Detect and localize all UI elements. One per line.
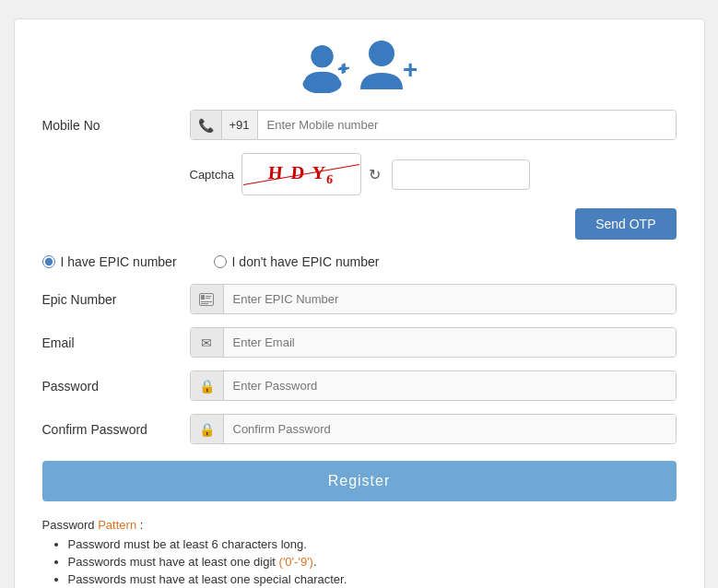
password-row: Password 🔒 bbox=[42, 370, 677, 401]
user-plus-icon: + bbox=[357, 38, 417, 93]
radio-have-epic-label: I have EPIC number bbox=[61, 254, 177, 269]
password-input-group: 🔒 bbox=[190, 370, 677, 401]
svg-point-3 bbox=[312, 45, 334, 67]
registration-card: + + + Mobile No 📞 +91 Captcha H D Y6 ↻ bbox=[14, 18, 705, 588]
mobile-input-group: 📞 +91 bbox=[190, 110, 677, 140]
captcha-text: H D Y6 bbox=[266, 162, 335, 187]
confirm-password-input[interactable] bbox=[224, 415, 676, 443]
radio-have-epic[interactable]: I have EPIC number bbox=[42, 254, 177, 269]
country-code: +91 bbox=[222, 111, 258, 139]
epic-input[interactable] bbox=[224, 285, 676, 313]
svg-rect-10 bbox=[206, 298, 210, 299]
lock-confirm-icon: 🔒 bbox=[191, 415, 224, 443]
captcha-label: Captcha bbox=[190, 168, 234, 182]
send-otp-button[interactable]: Send OTP bbox=[575, 208, 676, 240]
epic-label: Epic Number bbox=[42, 292, 190, 307]
svg-text:+: + bbox=[403, 55, 417, 84]
email-row: Email ✉ bbox=[42, 327, 677, 358]
epic-number-row: Epic Number bbox=[42, 284, 677, 314]
svg-point-5 bbox=[369, 41, 394, 66]
id-card-icon bbox=[191, 285, 224, 313]
highlight-digits: ('0'-'9') bbox=[279, 555, 313, 569]
svg-rect-11 bbox=[201, 301, 212, 302]
email-input-group: ✉ bbox=[190, 327, 677, 358]
register-button[interactable]: Register bbox=[42, 461, 677, 501]
password-rule-2: Passwords must have at least one digit (… bbox=[68, 555, 677, 569]
email-label: Email bbox=[42, 335, 190, 350]
captcha-row: Captcha H D Y6 ↻ bbox=[190, 153, 677, 195]
epic-input-group bbox=[190, 284, 677, 314]
captcha-refresh-icon[interactable]: ↻ bbox=[369, 166, 381, 183]
radio-have-epic-input[interactable] bbox=[42, 255, 55, 268]
svg-rect-12 bbox=[201, 303, 208, 304]
captcha-image: H D Y6 bbox=[241, 153, 361, 195]
mobile-row: Mobile No 📞 +91 bbox=[42, 110, 677, 140]
header-icon-area: + + + bbox=[42, 38, 677, 93]
radio-no-epic-label: I don't have EPIC number bbox=[232, 254, 380, 269]
password-rules-list: Password must be at least 6 characters l… bbox=[42, 537, 677, 588]
radio-no-epic-input[interactable] bbox=[214, 255, 227, 268]
radio-options-row: I have EPIC number I don't have EPIC num… bbox=[42, 254, 677, 269]
confirm-password-input-group: 🔒 bbox=[190, 414, 677, 444]
radio-no-epic[interactable]: I don't have EPIC number bbox=[214, 254, 380, 269]
password-rule-3: Passwords must have at least one special… bbox=[68, 572, 677, 586]
password-pattern-section: Password Pattern : Password must be at l… bbox=[42, 518, 677, 588]
confirm-password-row: Confirm Password 🔒 bbox=[42, 414, 677, 444]
svg-rect-8 bbox=[201, 295, 205, 300]
password-input[interactable] bbox=[224, 371, 676, 400]
phone-icon: 📞 bbox=[191, 111, 222, 139]
confirm-password-label: Confirm Password bbox=[42, 422, 190, 437]
mobile-label: Mobile No bbox=[42, 118, 190, 133]
password-pattern-title: Password Pattern : bbox=[42, 518, 677, 532]
captcha-input[interactable] bbox=[392, 159, 530, 190]
add-user-icon: + + bbox=[301, 38, 357, 93]
mobile-input[interactable] bbox=[258, 111, 676, 139]
svg-rect-9 bbox=[206, 296, 211, 297]
password-label: Password bbox=[42, 379, 190, 394]
password-rule-1: Password must be at least 6 characters l… bbox=[68, 537, 677, 551]
envelope-icon: ✉ bbox=[191, 328, 224, 357]
email-input[interactable] bbox=[224, 328, 676, 357]
send-otp-row: Send OTP bbox=[42, 208, 677, 240]
lock-icon: 🔒 bbox=[191, 371, 224, 400]
pattern-word-orange: Pattern bbox=[98, 518, 136, 532]
svg-text:+: + bbox=[337, 59, 347, 79]
